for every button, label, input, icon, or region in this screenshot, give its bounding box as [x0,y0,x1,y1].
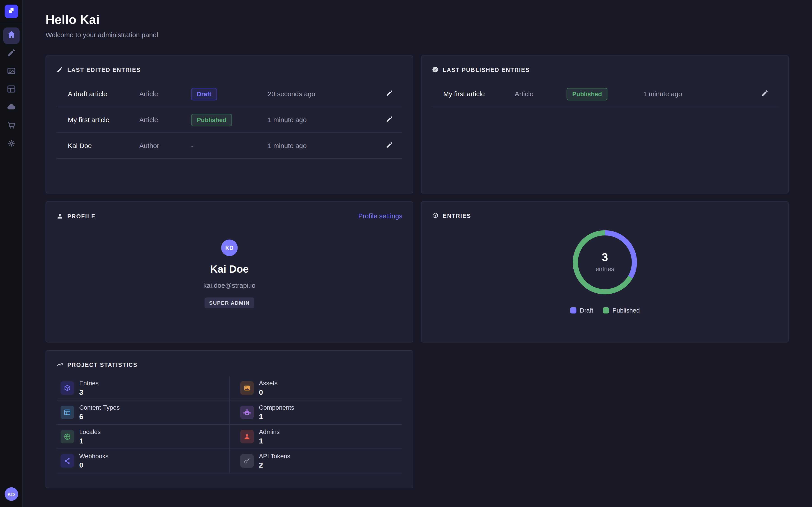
pencil-icon [386,115,393,124]
sidebar-item-content-type-builder[interactable] [3,82,19,98]
status-badge: Published [191,114,232,126]
entry-type: Article [515,90,567,98]
stat-value: 2 [259,461,290,469]
published-swatch [603,307,609,314]
stat-value: 1 [259,437,280,445]
entry-type: Article [139,90,191,98]
edit-entry-button[interactable] [757,86,773,102]
table-row[interactable]: A draft article Article Draft 20 seconds… [56,81,402,107]
card-title: ENTRIES [443,212,471,219]
profile-settings-link[interactable]: Profile settings [358,212,402,220]
empty-grid-cell [421,350,789,488]
sidebar-item-home[interactable] [3,27,19,44]
table-row[interactable]: My first article Article Published 1 min… [432,81,778,107]
sidebar-item-media-library[interactable] [3,64,19,80]
last-published-header: LAST PUBLISHED ENTRIES [421,56,788,73]
entry-time: 20 seconds ago [268,90,382,98]
entry-type: Article [139,116,191,123]
role-badge: SUPER ADMIN [204,297,254,308]
entry-name: My first article [443,90,515,98]
stat-label: Admins [259,428,280,436]
table-row[interactable]: My first article Article Published 1 min… [56,107,402,133]
edit-entry-button[interactable] [382,138,397,154]
card-title: LAST EDITED ENTRIES [67,66,141,73]
dashboard-grid: LAST EDITED ENTRIES A draft article Arti… [46,55,789,489]
status-text: - [191,142,193,150]
stat-entries: Entries 3 [56,376,230,400]
page-header: Hello Kai Welcome to your administration… [46,12,789,39]
stat-assets: Assets 0 [230,376,402,400]
profile-avatar: KD [221,239,238,256]
profile-header: PROFILE Profile settings [46,202,412,220]
entries-total-label: entries [596,266,614,273]
page-title: Hello Kai [46,12,789,27]
donut-center: 3 entries [573,230,637,294]
home-icon [6,30,16,42]
project-statistics-card: PROJECT STATISTICS Entries 3 [46,350,413,488]
stat-value: 1 [79,437,101,445]
entries-donut-ring: 3 entries [573,230,637,294]
stat-admins: Admins 1 [230,425,402,449]
admin-dashboard: KD Hello Kai Welcome to your administrat… [0,0,812,507]
legend-label: Published [612,307,640,314]
legend-label: Draft [580,307,594,314]
stat-label: Entries [79,380,99,387]
stat-content-types: Content-Types 6 [56,400,230,425]
project-statistics-header: PROJECT STATISTICS [46,351,412,368]
profile-body: KD Kai Doe kai.doe@strapi.io SUPER ADMIN [46,239,412,308]
layout-icon [61,406,74,419]
key-icon [240,454,254,468]
entries-header: ENTRIES [421,202,788,219]
pencil-icon [6,48,16,60]
stats-grid: Entries 3 Assets 0 [56,376,402,473]
legend-item-published: Published [603,307,640,314]
legend-item-draft: Draft [570,307,593,314]
sidebar: KD [0,0,23,507]
card-title: LAST PUBLISHED ENTRIES [443,66,530,73]
stat-value: 0 [79,461,108,469]
cart-icon [6,121,16,132]
strapi-logo-icon [7,7,15,16]
cube-icon [432,212,439,219]
sidebar-item-cloud[interactable] [3,100,19,116]
sidebar-item-marketplace[interactable] [3,118,19,134]
stat-label: Components [259,404,294,411]
stat-webhooks: Webhooks 0 [56,449,230,473]
logo-section [0,0,22,23]
entry-name: My first article [68,116,139,123]
status-badge: Published [567,88,608,100]
stat-label: API Tokens [259,453,290,460]
pencil-icon [386,141,393,150]
stat-value: 1 [259,412,294,421]
entry-time: 1 minute ago [268,142,382,150]
card-title: PROFILE [67,213,96,219]
entry-type: Author [139,142,191,150]
stat-value: 3 [79,388,99,396]
pencil-icon [56,66,63,73]
entry-name: Kai Doe [68,142,139,150]
entries-body: 3 entries Draft Published [421,230,788,314]
sidebar-item-settings[interactable] [3,136,19,153]
entry-name: A draft article [68,90,139,98]
entry-time: 1 minute ago [643,90,757,98]
strapi-logo[interactable] [4,5,18,18]
cloud-icon [6,103,16,114]
entries-card: ENTRIES 3 entries Draft [421,201,789,342]
last-published-table: My first article Article Published 1 min… [432,81,778,107]
last-published-card: LAST PUBLISHED ENTRIES My first article … [421,55,789,193]
sidebar-item-content-manager[interactable] [3,46,19,62]
pencil-icon [761,90,768,98]
puzzle-icon [240,406,254,419]
user-icon [240,430,254,443]
check-circle-icon [432,66,439,73]
stat-components: Components 1 [230,400,402,425]
entries-total: 3 [602,252,608,264]
user-avatar[interactable]: KD [4,488,18,501]
stat-value: 0 [259,388,278,396]
table-row[interactable]: Kai Doe Author - 1 minute ago [56,133,402,159]
main-content: Hello Kai Welcome to your administration… [23,0,812,507]
webhook-icon [61,454,74,468]
edit-entry-button[interactable] [382,112,397,127]
edit-entry-button[interactable] [382,86,397,102]
card-title: PROJECT STATISTICS [67,361,137,368]
